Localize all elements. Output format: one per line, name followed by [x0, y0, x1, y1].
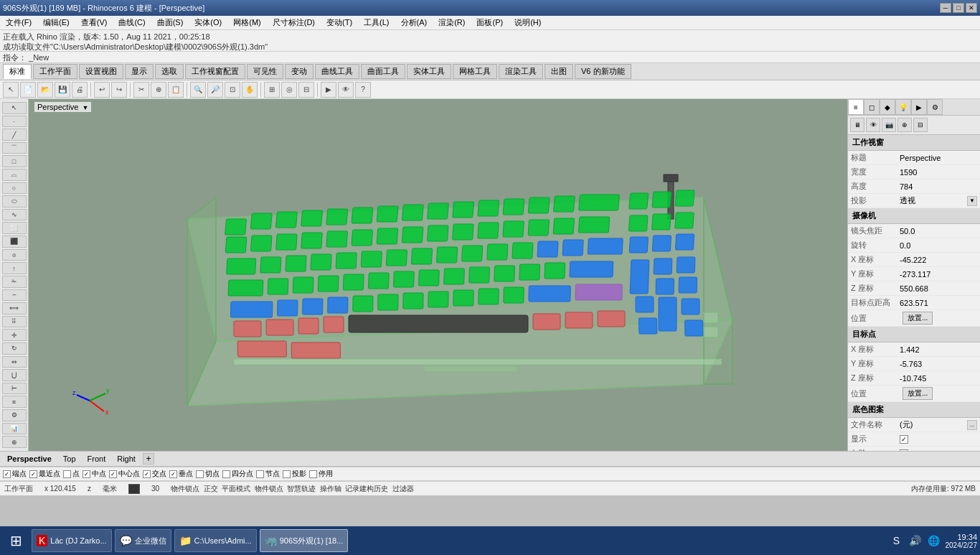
tab-可见性[interactable]: 可见性	[247, 64, 283, 79]
rp-checkbox-grayscale[interactable]	[900, 449, 908, 452]
lt-arc[interactable]: ⌓	[2, 169, 27, 181]
tab-曲线工具[interactable]: 曲线工具	[315, 64, 359, 79]
tab-变动[interactable]: 变动	[285, 64, 314, 79]
menu-item-F[interactable]: 文件(F)	[3, 16, 34, 29]
lt-mesh[interactable]: ⌾	[2, 249, 27, 261]
lt-magnify[interactable]: ⊕	[2, 436, 27, 448]
lt-line[interactable]: ╱	[2, 129, 27, 141]
snap-tangent-check[interactable]	[196, 470, 204, 478]
tab-渲染工具[interactable]: 渲染工具	[499, 64, 543, 79]
tab-曲面工具[interactable]: 曲面工具	[361, 64, 405, 79]
viewport-area[interactable]: Perspective ▼	[29, 99, 847, 451]
toolbar-display[interactable]: 👁	[338, 82, 354, 98]
menu-item-D[interactable]: 尺寸标注(D)	[270, 16, 318, 29]
snap-knot-check[interactable]	[256, 470, 264, 478]
lt-point[interactable]: ·	[2, 116, 27, 128]
toolbar-help[interactable]: ?	[355, 82, 371, 98]
lt-arrow[interactable]: ↖	[2, 102, 27, 114]
tab-V6 的新功能[interactable]: V6 的新功能	[575, 64, 631, 79]
menu-item-A[interactable]: 分析(A)	[398, 16, 430, 29]
rp-tab-properties[interactable]: ◻	[864, 99, 880, 115]
toolbar-redo[interactable]: ↪	[111, 82, 127, 98]
tab-工作平面[interactable]: 工作平面	[33, 64, 77, 79]
rp-icon-extra2[interactable]: ⊟	[913, 118, 928, 132]
taskbar-start-button[interactable]: ⊞	[3, 529, 29, 552]
lt-circle[interactable]: ○	[2, 182, 27, 195]
lt-extrude[interactable]: ↑	[2, 262, 27, 274]
snap-nearest-check[interactable]	[29, 470, 37, 478]
taskbar-clock[interactable]: 19:34 2024/2/27	[946, 533, 978, 549]
lt-scale[interactable]: ⇔	[2, 356, 27, 368]
snap-project-check[interactable]	[283, 470, 291, 478]
menu-item-S[interactable]: 曲面(S)	[154, 16, 187, 29]
snap-intersect-check[interactable]	[143, 470, 151, 478]
snap-endpoint-check[interactable]	[3, 470, 11, 478]
menu-item-E[interactable]: 编辑(E)	[40, 16, 72, 29]
toolbar-select[interactable]: ↖	[3, 82, 19, 98]
rp-tab-render[interactable]: ▶	[911, 99, 927, 115]
tab-实体工具[interactable]: 实体工具	[407, 64, 451, 79]
toolbar-pan[interactable]: ✋	[242, 82, 258, 98]
vp-tab-front[interactable]: Front	[83, 453, 110, 465]
vp-tab-right[interactable]: Right	[113, 453, 140, 465]
lt-prop[interactable]: ⚙	[2, 409, 27, 421]
toolbar-ortho[interactable]: ⊟	[298, 82, 314, 98]
menu-item-M[interactable]: 网格(M)	[230, 16, 264, 29]
menu-item-P[interactable]: 面板(P)	[473, 16, 506, 29]
tray-network-icon[interactable]: 🌐	[927, 533, 941, 548]
toolbar-open[interactable]: 📂	[37, 82, 53, 98]
toolbar-cut[interactable]: ✂	[133, 82, 149, 98]
tab-显示[interactable]: 显示	[125, 64, 154, 79]
tab-工作视窗配置[interactable]: 工作视窗配置	[185, 64, 245, 79]
lt-array[interactable]: ⠿	[2, 316, 27, 328]
maximize-button[interactable]: □	[953, 3, 964, 13]
toolbar-paste[interactable]: 📋	[168, 82, 184, 98]
menu-item-R[interactable]: 渲染(R)	[435, 16, 468, 29]
snap-perp-check[interactable]	[169, 470, 177, 478]
lt-analyze[interactable]: 📊	[2, 423, 27, 435]
rp-tab-layers[interactable]: ≡	[848, 99, 864, 115]
toolbar-zoom-in[interactable]: 🔍	[190, 82, 206, 98]
toolbar-grid[interactable]: ⊞	[264, 82, 280, 98]
menu-item-C[interactable]: 曲线(C)	[116, 16, 148, 29]
tray-steam-icon[interactable]: S	[890, 533, 904, 548]
taskbar-btn-rhino[interactable]: 🦏 906S外观(1) [18...	[260, 529, 349, 552]
tab-网格工具[interactable]: 网格工具	[453, 64, 497, 79]
menu-item-H[interactable]: 说明(H)	[512, 16, 544, 29]
viewport-dropdown-arrow[interactable]: ▼	[83, 104, 89, 111]
lt-dim[interactable]: ⊢	[2, 383, 27, 395]
tab-选取[interactable]: 选取	[155, 64, 184, 79]
lt-rotate[interactable]: ↻	[2, 342, 27, 355]
lt-surface[interactable]: ⬜	[2, 222, 27, 234]
vp-tab-perspective[interactable]: Perspective	[3, 453, 56, 465]
lt-solid[interactable]: ⬛	[2, 235, 27, 248]
toolbar-render[interactable]: ▶	[321, 82, 336, 98]
snap-disable-check[interactable]	[309, 470, 317, 478]
rp-place-tgt-btn[interactable]: 放置...	[903, 387, 933, 400]
toolbar-zoom-out[interactable]: 🔎	[207, 82, 223, 98]
taskbar-btn-explorer[interactable]: 📁 C:\Users\Admi...	[174, 529, 257, 552]
toolbar-snap[interactable]: ◎	[281, 82, 297, 98]
toolbar-undo[interactable]: ↩	[94, 82, 110, 98]
lt-mirror[interactable]: ⟺	[2, 302, 27, 314]
minimize-button[interactable]: ─	[940, 3, 951, 13]
rp-projection-dropdown[interactable]: ▼	[967, 196, 977, 206]
rp-icon-viewport[interactable]: 🖥	[850, 118, 864, 132]
rp-icon-extra1[interactable]: ⊕	[897, 118, 912, 132]
lt-layer[interactable]: ≡	[2, 396, 27, 408]
lt-rect[interactable]: □	[2, 155, 27, 167]
close-button[interactable]: ✕	[966, 3, 977, 13]
rp-tab-light[interactable]: 💡	[895, 99, 911, 115]
tab-出图[interactable]: 出图	[545, 64, 573, 79]
taskbar-btn-lác[interactable]: K Lác (DJ Zarko...	[32, 529, 112, 552]
tab-设置视图[interactable]: 设置视图	[79, 64, 123, 79]
snap-center-check[interactable]	[109, 470, 117, 478]
toolbar-copy[interactable]: ⊕	[151, 82, 166, 98]
rp-tab-settings[interactable]: ⚙	[927, 99, 943, 115]
vp-tab-add-btn[interactable]: +	[143, 453, 154, 465]
menu-item-O[interactable]: 实体(O)	[192, 16, 225, 29]
rp-icon-capture[interactable]: 📷	[882, 118, 896, 132]
toolbar-zoom-extents[interactable]: ⊡	[225, 82, 240, 98]
toolbar-new[interactable]: 📄	[20, 82, 36, 98]
rp-filename-btn[interactable]: ...	[967, 420, 977, 430]
